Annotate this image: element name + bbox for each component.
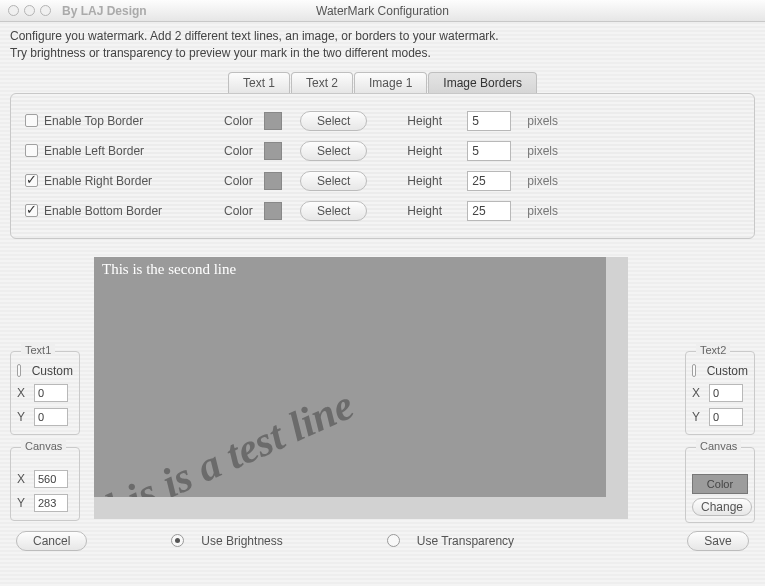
border-row-top: Enable Top Border Color Select Height pi…	[25, 106, 740, 136]
height-label: Height	[407, 114, 467, 128]
canvas-color-button[interactable]: Color	[692, 474, 748, 494]
label-transparency: Use Transparency	[417, 534, 514, 548]
label-top-border: Enable Top Border	[44, 114, 224, 128]
canvas-left-legend: Canvas	[21, 440, 66, 452]
radio-transparency[interactable]	[387, 534, 400, 547]
select-button-top[interactable]: Select	[300, 111, 367, 131]
color-swatch-bottom[interactable]	[264, 202, 282, 220]
tab-text2[interactable]: Text 2	[291, 72, 353, 93]
text1-legend: Text1	[21, 344, 55, 356]
label-left-border: Enable Left Border	[44, 144, 224, 158]
color-swatch-left[interactable]	[264, 142, 282, 160]
checkbox-bottom-border[interactable]	[25, 204, 38, 217]
save-button[interactable]: Save	[687, 531, 749, 551]
select-button-left[interactable]: Select	[300, 141, 367, 161]
text1-y-input[interactable]	[34, 408, 68, 426]
border-row-bottom: Enable Bottom Border Color Select Height…	[25, 196, 740, 226]
label-text2-custom: Custom	[707, 364, 748, 378]
footer: Cancel Use Brightness Use Transparency S…	[0, 531, 765, 551]
preview-wrap: This is the second line This is a test l…	[94, 257, 671, 519]
text2-panel: Text2 Custom X Y	[685, 351, 755, 435]
radio-brightness[interactable]	[171, 534, 184, 547]
canvas-change-button[interactable]: Change	[692, 498, 752, 516]
height-input-top[interactable]	[467, 111, 511, 131]
label-right-border: Enable Right Border	[44, 174, 224, 188]
zoom-icon[interactable]	[40, 5, 51, 16]
text1-x-input[interactable]	[34, 384, 68, 402]
label-bottom-border: Enable Bottom Border	[44, 204, 224, 218]
pixels-label: pixels	[527, 114, 558, 128]
checkbox-text2-custom[interactable]	[692, 364, 696, 377]
select-button-bottom[interactable]: Select	[300, 201, 367, 221]
text2-legend: Text2	[696, 344, 730, 356]
color-swatch-right[interactable]	[264, 172, 282, 190]
canvas-left-panel: Canvas X Y	[10, 447, 80, 521]
help-line-2: Try brightness or transparency to previe…	[10, 45, 755, 62]
author-label: By LAJ Design	[62, 4, 147, 18]
checkbox-text1-custom[interactable]	[17, 364, 21, 377]
tab-image-borders[interactable]: Image Borders	[428, 72, 537, 93]
checkbox-top-border[interactable]	[25, 114, 38, 127]
checkbox-right-border[interactable]	[25, 174, 38, 187]
text2-x-input[interactable]	[709, 384, 743, 402]
color-label: Color	[224, 114, 264, 128]
color-swatch-top[interactable]	[264, 112, 282, 130]
help-text: Configure you watermark. Add 2 different…	[0, 22, 765, 66]
border-row-right: Enable Right Border Color Select Height …	[25, 166, 740, 196]
preview-line-2: This is the second line	[102, 261, 236, 278]
text1-panel: Text1 Custom X Y	[10, 351, 80, 435]
canvas-right-legend: Canvas	[696, 440, 741, 452]
close-icon[interactable]	[8, 5, 19, 16]
help-line-1: Configure you watermark. Add 2 different…	[10, 28, 755, 45]
watermark-preview: This is the second line This is a test l…	[94, 257, 628, 519]
text1-y-label: Y	[17, 410, 29, 424]
cancel-button[interactable]: Cancel	[16, 531, 87, 551]
border-row-left: Enable Left Border Color Select Height p…	[25, 136, 740, 166]
checkbox-left-border[interactable]	[25, 144, 38, 157]
select-button-right[interactable]: Select	[300, 171, 367, 191]
tab-bar: Text 1 Text 2 Image 1 Image Borders	[0, 72, 765, 93]
border-panel: Enable Top Border Color Select Height pi…	[10, 93, 755, 239]
height-input-right[interactable]	[467, 171, 511, 191]
height-input-bottom[interactable]	[467, 201, 511, 221]
label-brightness: Use Brightness	[201, 534, 282, 548]
window-titlebar: By LAJ Design WaterMark Configuration	[0, 0, 765, 22]
right-column: Text2 Custom X Y Canvas Color Change	[677, 257, 755, 523]
canvas-x-input[interactable]	[34, 470, 68, 488]
left-column: Text1 Custom X Y Canvas X Y	[10, 257, 88, 521]
preview-line-1: This is a test line	[94, 380, 360, 518]
height-input-left[interactable]	[467, 141, 511, 161]
text2-y-input[interactable]	[709, 408, 743, 426]
minimize-icon[interactable]	[24, 5, 35, 16]
canvas-right-panel: Canvas Color Change	[685, 447, 755, 523]
label-text1-custom: Custom	[32, 364, 73, 378]
canvas-y-input[interactable]	[34, 494, 68, 512]
tab-image1[interactable]: Image 1	[354, 72, 427, 93]
text1-x-label: X	[17, 386, 29, 400]
tab-text1[interactable]: Text 1	[228, 72, 290, 93]
